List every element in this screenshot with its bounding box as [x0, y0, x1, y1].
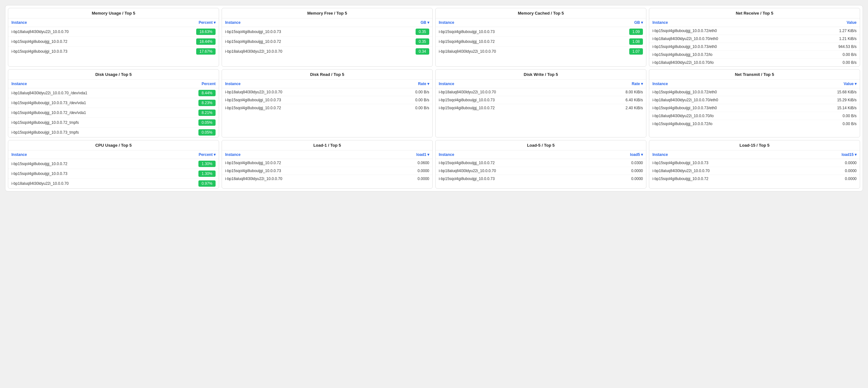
table-row: i-bp15sqol4gi8ubouijgj_10.0.0.722.40 KiB…: [436, 104, 646, 112]
col-instance-net-receive: Instance: [649, 19, 806, 27]
table-row: i-bp18aluq84l30ldyu22i_10.0.0.700.0000: [222, 175, 432, 183]
col-instance-load-15: Instance: [649, 150, 807, 159]
instance-cell: i-bp18aluq84l30ldyu22i_10.0.0.70: [8, 27, 158, 37]
panel-memory-usage: Memory Usage / Top 5InstancePercent ▾i-b…: [8, 8, 219, 67]
value-badge: 1.30%: [198, 161, 216, 167]
value-cell: 0.0000: [597, 167, 646, 175]
instance-cell: i-bp15sqol4gi8ubouijgi_10.0.0.73: [222, 27, 382, 37]
instance-cell: i-bp18aluq84l30ldyu22i_10.0.0.70/lo: [649, 112, 804, 120]
dashboard: Memory Usage / Top 5InstancePercent ▾i-b…: [5, 5, 863, 191]
value-cell: 18.63%: [158, 27, 219, 37]
value-cell: 18.44%: [158, 37, 219, 47]
col-value-disk-read[interactable]: Rate ▾: [381, 80, 432, 88]
value-cell: 1.09: [596, 27, 646, 37]
table-row: i-bp15sqol4gi8ubouijgi_10.0.0.73_/dev/vd…: [8, 98, 219, 108]
value-cell: 8.44%: [172, 88, 219, 98]
instance-cell: i-bp15sqol4gi8ubouijgj_10.0.0.72: [436, 104, 589, 112]
panel-title-memory-cached: Memory Cached / Top 5: [436, 8, 646, 19]
value-cell: 0.00 B/s: [804, 112, 860, 120]
instance-cell: i-bp15sqol4gi8ubouijgj_10.0.0.72: [8, 37, 158, 47]
col-instance-disk-read: Instance: [222, 80, 381, 88]
col-value-memory-cached[interactable]: GB ▾: [596, 19, 646, 27]
instance-cell: i-bp15sqol4gi8ubouijgj_10.0.0.72: [222, 159, 383, 167]
value-badge: 0.05%: [198, 129, 216, 136]
col-value-memory-free[interactable]: GB ▾: [382, 19, 432, 27]
col-value-net-transmit[interactable]: Value ▾: [804, 80, 860, 88]
table-row: i-bp15sqol4gi8ubouijgj_10.0.0.720.0300: [436, 159, 646, 167]
value-cell: 0.97%: [162, 179, 219, 188]
value-cell: 0.05%: [172, 118, 219, 128]
value-cell: 0.00 B/s: [381, 88, 432, 96]
col-instance-memory-usage: Instance: [8, 19, 158, 27]
col-instance-load-5: Instance: [436, 150, 597, 159]
value-cell: 1.30%: [162, 169, 219, 179]
instance-cell: i-bp15sqol4gi8ubouijgi_10.0.0.73_tmpfs: [8, 128, 172, 138]
col-instance-memory-cached: Instance: [436, 19, 596, 27]
value-cell: 8.23%: [172, 98, 219, 108]
table-row: i-bp18aluq84l30ldyu22i_10.0.0.700.34: [222, 47, 432, 57]
panel-table-disk-usage: InstancePercenti-bp18aluq84l30ldyu22i_10…: [8, 80, 219, 137]
col-value-load-1[interactable]: load1 ▾: [383, 150, 432, 159]
table-row: i-bp15sqol4gi8ubouijgj_10.0.0.72_/dev/vd…: [8, 108, 219, 118]
panel-title-disk-read: Disk Read / Top 5: [222, 69, 432, 80]
panel-table-memory-usage: InstancePercent ▾i-bp18aluq84l30ldyu22i_…: [8, 19, 219, 56]
panel-table-net-transmit: InstanceValue ▾i-bp15sqol4gi8ubouijgj_10…: [649, 80, 860, 128]
col-value-cpu-usage[interactable]: Percent ▾: [162, 150, 219, 159]
table-row: i-bp15sqol4gi8ubouijgi_10.0.0.73/eth015.…: [649, 104, 860, 112]
panel-net-transmit: Net Transmit / Top 5InstanceValue ▾i-bp1…: [649, 69, 860, 138]
instance-cell: i-bp15sqol4gi8ubouijgi_10.0.0.73: [222, 167, 383, 175]
col-instance-memory-free: Instance: [222, 19, 382, 27]
table-row: i-bp15sqol4gi8ubouijgj_10.0.0.7218.44%: [8, 37, 219, 47]
value-cell: 8.00 KiB/s: [589, 88, 646, 96]
instance-cell: i-bp18aluq84l30ldyu22i_10.0.0.70: [436, 88, 589, 96]
value-cell: 0.0000: [383, 167, 432, 175]
instance-cell: i-bp15sqol4gi8ubouijgj_10.0.0.72_tmpfs: [8, 118, 172, 128]
value-cell: 0.00 B/s: [804, 120, 860, 128]
table-row: i-bp15sqol4gi8ubouijgi_10.0.0.73_tmpfs0.…: [8, 128, 219, 138]
value-badge: 18.63%: [196, 29, 216, 35]
instance-cell: i-bp15sqol4gi8ubouijgi_10.0.0.73/eth0: [649, 43, 806, 51]
panel-cpu-usage: CPU Usage / Top 5InstancePercent ▾i-bp15…: [8, 140, 219, 188]
value-cell: 0.00 B/s: [381, 96, 432, 104]
value-cell: 0.00 B/s: [806, 51, 860, 59]
instance-cell: i-bp15sqol4gi8ubouijgi_10.0.0.73_/dev/vd…: [8, 98, 172, 108]
value-cell: 15.14 KiB/s: [804, 104, 860, 112]
value-badge: 1.09: [629, 29, 643, 35]
table-row: i-bp18aluq84l30ldyu22i_10.0.0.70/eth015.…: [649, 96, 860, 104]
panel-title-load-15: Load-15 / Top 5: [649, 140, 860, 150]
instance-cell: i-bp15sqol4gi8ubouijgi_10.0.0.73: [436, 96, 589, 104]
table-row: i-bp18aluq84l30ldyu22i_10.0.0.708.00 KiB…: [436, 88, 646, 96]
panel-table-memory-free: InstanceGB ▾i-bp15sqol4gi8ubouijgi_10.0.…: [222, 19, 432, 56]
value-cell: 1.07: [596, 47, 646, 57]
table-row: i-bp18aluq84l30ldyu22i_10.0.0.700.97%: [8, 179, 219, 188]
col-value-memory-usage[interactable]: Percent ▾: [158, 19, 219, 27]
value-cell: 1.27 KiB/s: [806, 27, 860, 35]
panel-table-memory-cached: InstanceGB ▾i-bp15sqol4gi8ubouijgi_10.0.…: [436, 19, 646, 56]
instance-cell: i-bp15sqol4gi8ubouijgj_10.0.0.72: [436, 159, 597, 167]
instance-cell: i-bp15sqol4gi8ubouijgj_10.0.0.72: [436, 37, 596, 47]
value-cell: 0.0000: [383, 175, 432, 183]
instance-cell: i-bp15sqol4gi8ubouijgj_10.0.0.72: [8, 159, 162, 169]
table-row: i-bp18aluq84l30ldyu22i_10.0.0.70/lo0.00 …: [649, 112, 860, 120]
instance-cell: i-bp15sqol4gi8ubouijgi_10.0.0.73: [222, 96, 381, 104]
col-value-net-receive: Value: [806, 19, 860, 27]
panel-table-net-receive: InstanceValuei-bp15sqol4gi8ubouijgj_10.0…: [649, 19, 860, 66]
col-value-load-15[interactable]: load15 ▾: [807, 150, 860, 159]
instance-cell: i-bp15sqol4gi8ubouijgj_10.0.0.72/eth0: [649, 88, 804, 96]
value-cell: 2.40 KiB/s: [589, 104, 646, 112]
panel-table-load-1: Instanceload1 ▾i-bp15sqol4gi8ubouijgj_10…: [222, 150, 432, 183]
panel-table-disk-write: InstanceRate ▾i-bp18aluq84l30ldyu22i_10.…: [436, 80, 646, 112]
value-badge: 0.97%: [198, 180, 216, 187]
col-instance-disk-write: Instance: [436, 80, 589, 88]
table-row: i-bp18aluq84l30ldyu22i_10.0.0.700.0000: [649, 167, 860, 175]
panel-title-load-1: Load-1 / Top 5: [222, 140, 432, 150]
instance-cell: i-bp15sqol4gi8ubouijgi_10.0.0.73: [649, 159, 807, 167]
table-row: i-bp15sqol4gi8ubouijgi_10.0.0.730.0000: [649, 159, 860, 167]
panel-table-load-15: Instanceload15 ▾i-bp15sqol4gi8ubouijgi_1…: [649, 150, 860, 183]
col-value-load-5[interactable]: load5 ▾: [597, 150, 646, 159]
col-instance-load-1: Instance: [222, 150, 383, 159]
col-value-disk-write[interactable]: Rate ▾: [589, 80, 646, 88]
panel-title-net-transmit: Net Transmit / Top 5: [649, 69, 860, 80]
value-badge: 8.23%: [198, 100, 216, 106]
table-row: i-bp15sqol4gi8ubouijgj_10.0.0.721.08: [436, 37, 646, 47]
